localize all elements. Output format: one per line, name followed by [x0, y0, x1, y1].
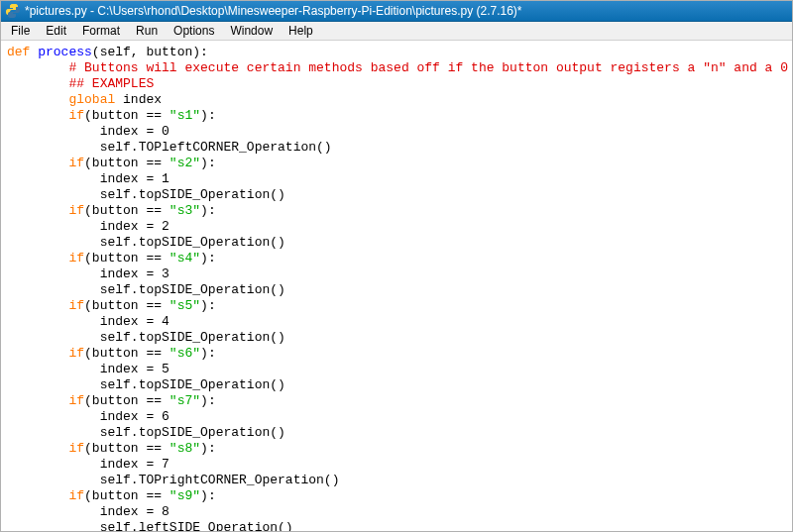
python-icon [5, 3, 21, 19]
assign-index: index = 1 [100, 171, 170, 186]
if-cond-close: ): [200, 203, 216, 218]
assign-index: index = 4 [100, 314, 170, 329]
menu-window[interactable]: Window [222, 22, 281, 40]
if-cond-open: (button == [84, 488, 170, 503]
menubar: File Edit Format Run Options Window Help [1, 22, 792, 41]
function-name: process [38, 45, 92, 59]
comment-line: # Buttons will execute certain methods b… [68, 60, 793, 75]
if-cond-open: (button == [84, 393, 170, 408]
string-literal: "s1" [170, 108, 200, 123]
keyword-if: if [68, 346, 84, 361]
method-call: self.topSIDE_Operation() [100, 187, 285, 202]
keyword-if: if [68, 251, 84, 266]
window-titlebar: *pictures.py - C:\Users\rhond\Desktop\Mi… [1, 1, 792, 22]
string-literal: "s4" [170, 251, 200, 266]
menu-options[interactable]: Options [166, 22, 222, 40]
menu-file[interactable]: File [3, 22, 38, 40]
if-cond-open: (button == [84, 156, 170, 170]
assign-index: index = 5 [100, 362, 170, 376]
string-literal: "s3" [170, 203, 200, 218]
if-cond-close: ): [200, 441, 216, 456]
string-literal: "s6" [170, 346, 200, 361]
menu-help[interactable]: Help [281, 22, 321, 40]
keyword-global: global [68, 92, 115, 107]
string-literal: "s5" [170, 298, 200, 313]
keyword-if: if [68, 108, 84, 123]
method-call: self.topSIDE_Operation() [100, 282, 285, 297]
if-cond-close: ): [200, 251, 216, 266]
string-literal: "s7" [170, 393, 200, 408]
method-call: self.TOPleftCORNER_Operation() [100, 140, 332, 155]
method-call: self.TOPrightCORNER_Operation() [100, 473, 340, 487]
method-call: self.topSIDE_Operation() [100, 235, 285, 250]
if-cond-open: (button == [84, 108, 170, 123]
if-cond-close: ): [200, 393, 216, 408]
menu-run[interactable]: Run [128, 22, 166, 40]
string-literal: "s9" [170, 488, 200, 503]
if-cond-open: (button == [84, 298, 170, 313]
if-cond-close: ): [200, 488, 216, 503]
if-cond-open: (button == [84, 441, 170, 456]
keyword-if: if [68, 298, 84, 313]
if-cond-open: (button == [84, 251, 170, 266]
keyword-if: if [68, 488, 84, 503]
window-title: *pictures.py - C:\Users\rhond\Desktop\Mi… [25, 1, 522, 22]
if-cond-open: (button == [84, 346, 170, 361]
method-call: self.topSIDE_Operation() [100, 425, 285, 440]
if-cond-open: (button == [84, 203, 170, 218]
comment-line: ## EXAMPLES [68, 76, 154, 91]
keyword-def: def [7, 45, 30, 59]
assign-index: index = 3 [100, 266, 170, 281]
method-call: self.topSIDE_Operation() [100, 377, 285, 392]
keyword-if: if [68, 203, 84, 218]
keyword-if: if [68, 441, 84, 456]
if-cond-close: ): [200, 346, 216, 361]
assign-index: index = 8 [100, 504, 170, 519]
code-editor[interactable]: def process(self, button): # Buttons wil… [1, 41, 792, 532]
string-literal: "s2" [170, 156, 200, 170]
menu-format[interactable]: Format [74, 22, 128, 40]
function-args: (self, button): [92, 45, 208, 59]
assign-index: index = 0 [100, 124, 170, 139]
if-cond-close: ): [200, 108, 216, 123]
method-call: self.leftSIDE_Operation() [100, 520, 293, 532]
menu-edit[interactable]: Edit [38, 22, 74, 40]
assign-index: index = 6 [100, 409, 170, 424]
string-literal: "s8" [170, 441, 200, 456]
if-cond-close: ): [200, 298, 216, 313]
keyword-if: if [68, 156, 84, 170]
global-var: index [115, 92, 162, 107]
method-call: self.topSIDE_Operation() [100, 330, 285, 345]
if-cond-close: ): [200, 156, 216, 170]
assign-index: index = 2 [100, 219, 170, 234]
assign-index: index = 7 [100, 457, 170, 472]
keyword-if: if [68, 393, 84, 408]
